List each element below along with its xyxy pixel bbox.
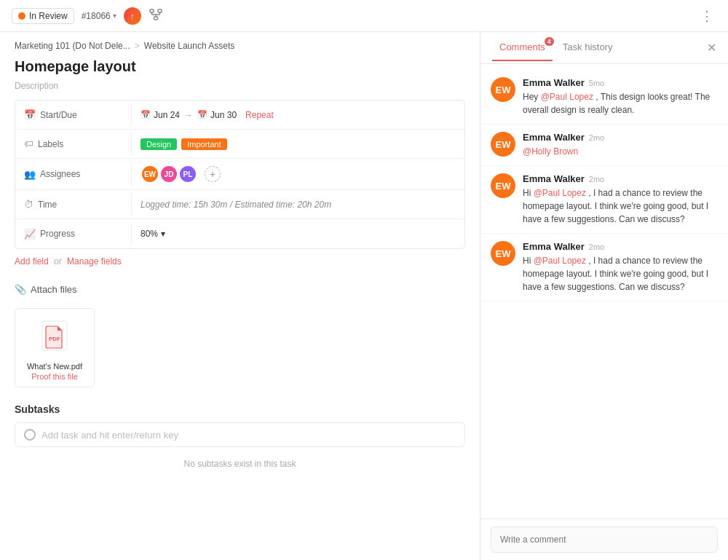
file-cards: PDF What's New.pdf Proof this file: [0, 302, 480, 393]
attach-section: 📎 Attach files: [0, 274, 480, 302]
comment-item: EW Emma Walker 5mo Hey @Paul Lopez , Thi…: [480, 70, 728, 125]
avatar-1[interactable]: EW: [141, 165, 159, 184]
mention: @Paul Lopez: [541, 92, 593, 102]
comment-body: Emma Walker 2mo Hi @Paul Lopez , I had a…: [523, 173, 718, 226]
avatar-2[interactable]: JD: [159, 165, 178, 184]
file-proof-link[interactable]: Proof this file: [31, 372, 78, 381]
structure-icon[interactable]: [149, 7, 163, 25]
file-name: What's New.pdf: [27, 362, 82, 371]
subtasks-title: Subtasks: [15, 403, 465, 415]
calendar-icon: 📅: [24, 109, 36, 120]
comment-time: 2mo: [589, 242, 604, 251]
left-panel: Marketing 101 (Do Not Dele... > Website …: [0, 32, 480, 560]
chevron-down-icon: ▾: [113, 12, 116, 20]
field-label-time: ⏱ Time: [15, 193, 132, 216]
repeat-button[interactable]: Repeat: [245, 110, 274, 120]
status-dot: [18, 12, 25, 20]
start-date[interactable]: 📅 Jun 24: [141, 110, 180, 120]
field-row-startdue: 📅 Start/Due 📅 Jun 24 → 📅 Jun 30 Repeat: [15, 100, 464, 130]
comment-body: Emma Walker 2mo @Holly Brown: [523, 132, 718, 158]
tab-task-history[interactable]: Task history: [555, 34, 620, 61]
people-icon: 👥: [24, 169, 36, 180]
field-value-time[interactable]: Logged time: 15h 30m / Estimated time: 2…: [132, 194, 464, 216]
comment-input-area: [480, 518, 728, 560]
breadcrumb-child[interactable]: Website Launch Assets: [144, 41, 235, 51]
more-options-icon[interactable]: ⋮: [697, 5, 716, 27]
comment-input[interactable]: [491, 527, 718, 553]
progress-icon: 📈: [24, 229, 36, 240]
manage-fields-link[interactable]: Manage fields: [67, 256, 122, 267]
mention: @Paul Lopez: [534, 256, 586, 266]
add-field-row: Add field or Manage fields: [0, 249, 480, 274]
svg-rect-2: [154, 17, 157, 20]
mention: @Paul Lopez: [534, 188, 586, 198]
add-field-link[interactable]: Add field: [15, 256, 49, 267]
comment-time: 2mo: [589, 175, 604, 184]
avatar: EW: [491, 241, 515, 266]
top-bar: In Review #18066 ▾ ↑ ⋮: [0, 0, 728, 32]
subtasks-section: Subtasks Add task and hit enter/return k…: [0, 393, 480, 479]
panel-header: Comments 4 Task history ✕: [480, 32, 728, 64]
field-label-labels: 🏷 Labels: [15, 133, 132, 155]
comment-header: Emma Walker 2mo: [523, 173, 718, 184]
mention: @Holly Brown: [523, 146, 578, 157]
task-id[interactable]: #18066 ▾: [82, 11, 116, 21]
comments-badge: 4: [545, 37, 554, 46]
priority-icon[interactable]: ↑: [124, 7, 141, 25]
svg-text:PDF: PDF: [49, 336, 60, 342]
comment-author: Emma Walker: [523, 173, 585, 184]
field-label-progress: 📈 Progress: [15, 223, 132, 245]
field-row-time: ⏱ Time Logged time: 15h 30m / Estimated …: [15, 190, 464, 219]
pdf-icon: PDF: [41, 320, 68, 358]
comment-header: Emma Walker 2mo: [523, 132, 718, 143]
subtask-placeholder[interactable]: Add task and hit enter/return key: [41, 430, 456, 441]
subtask-input-row[interactable]: Add task and hit enter/return key: [15, 422, 465, 447]
field-value-progress[interactable]: 80% ▾: [132, 223, 464, 245]
time-text: Logged time: 15h 30m / Estimated time: 2…: [141, 200, 331, 210]
attach-files-button[interactable]: 📎 Attach files: [15, 281, 77, 298]
no-subtasks-message: No subtasks exist in this task: [15, 453, 465, 475]
date-arrow: →: [184, 110, 193, 120]
comment-text: Hi @Paul Lopez , I had a chance to revie…: [523, 254, 718, 293]
comments-list: EW Emma Walker 5mo Hey @Paul Lopez , Thi…: [480, 64, 728, 518]
task-title[interactable]: Homepage layout: [0, 55, 480, 81]
status-badge[interactable]: In Review: [12, 8, 74, 24]
field-value-assignees: EW JD PL +: [132, 159, 464, 189]
subtask-checkbox: [24, 429, 36, 441]
svg-rect-1: [158, 9, 162, 12]
comment-text: @Holly Brown: [523, 145, 718, 158]
avatar: EW: [491, 173, 515, 198]
end-date[interactable]: 📅 Jun 30: [197, 110, 237, 120]
comment-item: EW Emma Walker 2mo Hi @Paul Lopez , I ha…: [480, 234, 728, 301]
comment-header: Emma Walker 2mo: [523, 241, 718, 252]
comment-text: Hi @Paul Lopez , I had a chance to revie…: [523, 186, 718, 226]
field-value-startdue[interactable]: 📅 Jun 24 → 📅 Jun 30 Repeat: [132, 104, 464, 126]
field-label-startdue: 📅 Start/Due: [15, 103, 132, 126]
comment-author: Emma Walker: [523, 132, 585, 143]
field-row-labels: 🏷 Labels Design Important: [15, 130, 464, 159]
comment-author: Emma Walker: [523, 241, 585, 252]
label-important[interactable]: Important: [181, 138, 226, 150]
comment-header: Emma Walker 5mo: [523, 77, 718, 88]
add-assignee-button[interactable]: +: [205, 166, 221, 182]
or-text: or: [54, 256, 62, 267]
avatar: EW: [491, 77, 515, 102]
status-label: In Review: [29, 11, 68, 21]
progress-text[interactable]: 80% ▾: [141, 229, 165, 239]
label-design[interactable]: Design: [141, 138, 177, 150]
field-row-assignees: 👥 Assignees EW JD PL +: [15, 159, 464, 190]
field-value-labels: Design Important: [132, 133, 464, 156]
right-panel: Comments 4 Task history ✕ EW Emma Walker…: [480, 32, 728, 560]
tab-comments[interactable]: Comments 4: [492, 34, 553, 61]
breadcrumb-separator: >: [135, 41, 140, 51]
comment-time: 2mo: [589, 133, 604, 142]
file-card[interactable]: PDF What's New.pdf Proof this file: [15, 308, 95, 387]
breadcrumb-parent[interactable]: Marketing 101 (Do Not Dele...: [15, 41, 130, 51]
avatar-3[interactable]: PL: [178, 165, 197, 184]
comment-author: Emma Walker: [523, 77, 585, 88]
comment-time: 5mo: [589, 79, 604, 87]
svg-rect-0: [150, 9, 154, 12]
close-button[interactable]: ✕: [707, 41, 716, 55]
comment-text: Hey @Paul Lopez , This design looks grea…: [523, 90, 718, 117]
task-description[interactable]: Description: [0, 81, 480, 100]
